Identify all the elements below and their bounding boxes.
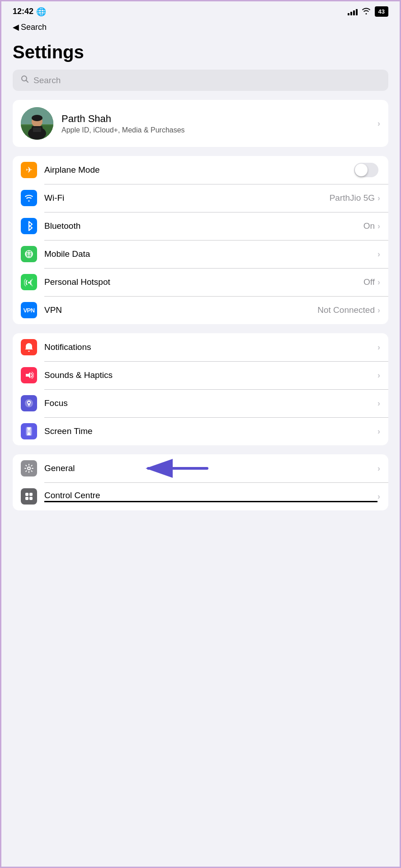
back-label: Search (21, 23, 47, 32)
bluetooth-chevron: › (377, 222, 380, 231)
profile-section: Parth Shah Apple ID, iCloud+, Media & Pu… (13, 100, 388, 147)
vpn-chevron: › (377, 306, 380, 315)
back-nav[interactable]: ◀ Search (0, 20, 401, 38)
airplane-mode-label: Airplane Mode (44, 165, 354, 175)
airplane-mode-icon: ✈ (21, 162, 37, 178)
general-chevron: › (377, 464, 380, 473)
page-title: Settings (0, 38, 401, 70)
screen-time-icon (21, 423, 37, 439)
system-section: Notifications › Sounds & Haptics › Focus… (13, 333, 388, 445)
profile-name: Parth Shah (61, 113, 377, 125)
focus-chevron: › (377, 399, 380, 408)
status-left: 12:42 🌐 (13, 7, 46, 17)
general-label: General (44, 463, 377, 473)
vpn-label: VPN (44, 305, 317, 315)
bluetooth-label: Bluetooth (44, 221, 363, 231)
airplane-mode-toggle[interactable] (354, 163, 378, 177)
sounds-label: Sounds & Haptics (44, 370, 377, 380)
focus-icon (21, 395, 37, 411)
control-centre-label: Control Centre (44, 491, 377, 502)
settings-row-screen-time[interactable]: Screen Time › (13, 417, 388, 445)
control-centre-icon (21, 488, 37, 505)
settings-row-hotspot[interactable]: Personal Hotspot Off › (13, 268, 388, 296)
settings-row-sounds[interactable]: Sounds & Haptics › (13, 361, 388, 389)
back-arrow: ◀ (13, 22, 19, 32)
sounds-icon (21, 367, 37, 383)
settings-row-wifi[interactable]: Wi-Fi ParthJio 5G › (13, 184, 388, 212)
settings-row-control-centre[interactable]: Control Centre › (13, 482, 388, 510)
svg-rect-23 (25, 493, 28, 496)
search-bar[interactable]: Search (13, 70, 388, 91)
general-icon (21, 460, 37, 476)
control-centre-chevron: › (377, 492, 380, 501)
profile-row[interactable]: Parth Shah Apple ID, iCloud+, Media & Pu… (13, 100, 388, 147)
general-section: General › Control Centre › (13, 454, 388, 510)
screen-time-chevron: › (377, 427, 380, 436)
svg-point-8 (32, 115, 42, 121)
mobile-data-icon (21, 246, 37, 262)
search-placeholder: Search (33, 75, 61, 85)
status-bar: 12:42 🌐 43 (0, 0, 401, 20)
avatar (21, 107, 53, 140)
mobile-data-chevron: › (377, 250, 380, 259)
hotspot-label: Personal Hotspot (44, 277, 363, 287)
bluetooth-value: On (363, 221, 375, 231)
settings-row-mobile-data[interactable]: Mobile Data › (13, 240, 388, 268)
svg-line-1 (26, 80, 28, 83)
status-right: 43 (348, 6, 388, 17)
back-link[interactable]: ◀ Search (13, 22, 388, 32)
hotspot-value: Off (363, 277, 375, 287)
settings-row-notifications[interactable]: Notifications › (13, 333, 388, 361)
wifi-icon (21, 190, 37, 206)
svg-rect-25 (25, 497, 28, 500)
screen-time-label: Screen Time (44, 426, 377, 436)
mobile-data-label: Mobile Data (44, 249, 377, 259)
vpn-value: Not Connected (317, 305, 375, 315)
vpn-icon: VPN (21, 302, 37, 318)
time-display: 12:42 (13, 7, 33, 16)
notifications-label: Notifications (44, 342, 377, 352)
hotspot-icon (21, 274, 37, 290)
globe-icon: 🌐 (36, 7, 46, 17)
svg-rect-26 (29, 497, 33, 500)
notifications-icon (21, 339, 37, 355)
settings-row-airplane-mode[interactable]: ✈ Airplane Mode (13, 156, 388, 184)
settings-row-vpn[interactable]: VPN VPN Not Connected › (13, 296, 388, 324)
profile-subtitle: Apple ID, iCloud+, Media & Purchases (61, 126, 377, 134)
notifications-chevron: › (377, 343, 380, 352)
hotspot-chevron: › (377, 278, 380, 287)
svg-point-21 (28, 467, 30, 470)
settings-row-general[interactable]: General › (13, 454, 388, 482)
wifi-value: ParthJio 5G (330, 193, 375, 203)
svg-marker-15 (26, 372, 30, 378)
wifi-status-icon (361, 7, 371, 16)
connectivity-section: ✈ Airplane Mode Wi-Fi ParthJio 5G › Blue… (13, 156, 388, 324)
search-icon (21, 75, 29, 85)
bluetooth-icon (21, 218, 37, 234)
signal-bars (348, 8, 358, 15)
svg-rect-24 (29, 493, 33, 496)
battery-display: 43 (375, 6, 388, 17)
svg-point-16 (28, 402, 30, 404)
settings-row-focus[interactable]: Focus › (13, 389, 388, 417)
svg-rect-10 (33, 127, 41, 132)
profile-info: Parth Shah Apple ID, iCloud+, Media & Pu… (61, 113, 377, 134)
sounds-chevron: › (377, 371, 380, 380)
search-container: Search (0, 70, 401, 100)
profile-chevron: › (377, 119, 380, 128)
wifi-chevron: › (377, 193, 380, 203)
focus-label: Focus (44, 398, 377, 408)
wifi-label: Wi-Fi (44, 193, 330, 203)
settings-row-bluetooth[interactable]: Bluetooth On › (13, 212, 388, 240)
